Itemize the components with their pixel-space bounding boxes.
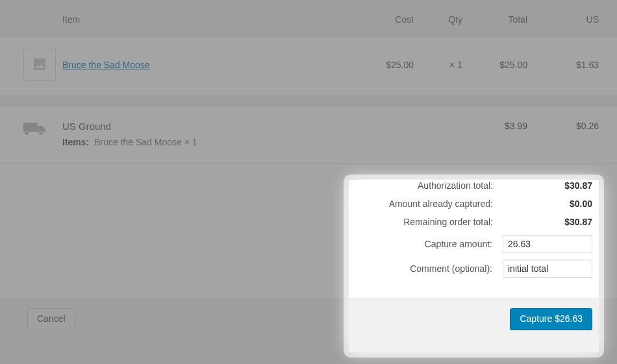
already-captured-label: Amount already captured: xyxy=(359,199,505,209)
col-tax: US xyxy=(527,14,599,25)
line-qty: × 1 xyxy=(414,60,462,70)
col-item: Item xyxy=(62,14,346,25)
cancel-button[interactable]: Cancel xyxy=(27,308,75,330)
capture-button[interactable]: Capture $26.63 xyxy=(510,308,592,330)
shipping-row: US Ground Items: Bruce the Sad Moose × 1… xyxy=(0,106,617,164)
col-cost: Cost xyxy=(346,14,414,25)
col-qty: Qty xyxy=(414,14,462,25)
shipping-items-label: Items: xyxy=(62,137,89,147)
line-cost: $25.00 xyxy=(346,60,414,70)
already-captured-value: $0.00 xyxy=(505,199,592,209)
remaining-total-value: $30.87 xyxy=(505,217,592,227)
line-tax: $1.63 xyxy=(527,60,599,70)
capture-amount-label: Capture amount: xyxy=(359,239,503,249)
line-total: $25.00 xyxy=(462,60,527,70)
footer-actions: Cancel Capture $26.63 xyxy=(0,299,617,330)
shipping-items: Items: Bruce the Sad Moose × 1 xyxy=(62,137,346,147)
items-header-row: Item Cost Qty Total US xyxy=(0,0,617,37)
shipping-tax: $0.26 xyxy=(527,121,599,131)
shipping-items-text: Bruce the Sad Moose × 1 xyxy=(94,137,197,147)
product-thumbnail xyxy=(23,49,56,81)
remaining-total-label: Remaining order total: xyxy=(359,217,505,227)
truck-icon xyxy=(23,121,47,138)
image-placeholder-icon xyxy=(32,56,47,74)
capture-amount-input[interactable] xyxy=(503,235,592,253)
auth-total-label: Authorization total: xyxy=(359,180,505,191)
capture-comment-input[interactable] xyxy=(503,260,592,278)
line-item-row: Bruce the Sad Moose $25.00 × 1 $25.00 $1… xyxy=(0,37,617,96)
capture-summary: Authorization total: $30.87 Amount alrea… xyxy=(0,164,617,299)
col-total: Total xyxy=(462,14,527,25)
shipping-name: US Ground xyxy=(62,121,346,132)
product-name-link[interactable]: Bruce the Sad Moose xyxy=(62,60,150,70)
capture-comment-label: Comment (optional): xyxy=(359,263,503,274)
shipping-total: $3.99 xyxy=(462,121,527,131)
auth-total-value: $30.87 xyxy=(505,180,592,191)
